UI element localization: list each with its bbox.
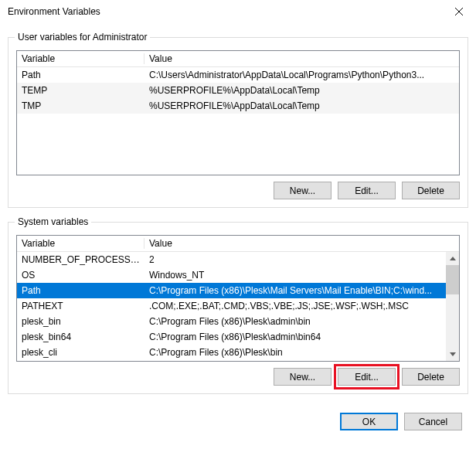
ok-button[interactable]: OK <box>340 413 398 430</box>
scroll-up-icon[interactable] <box>446 252 459 265</box>
close-button[interactable] <box>441 0 476 23</box>
table-row[interactable]: Path C:\Users\Administrator\AppData\Loca… <box>17 67 459 83</box>
new-button[interactable]: New... <box>274 182 332 199</box>
window-title: Environment Variables <box>8 6 441 17</box>
user-buttons-row: New... Edit... Delete <box>16 182 460 199</box>
table-row[interactable]: TMP %USERPROFILE%\AppData\Local\Temp <box>17 98 459 114</box>
table-row[interactable]: OS Windows_NT <box>17 267 459 283</box>
system-variables-group: System variables Variable Value NUMBER_O… <box>8 222 468 394</box>
list-header: Variable Value <box>17 236 459 252</box>
table-row[interactable]: plesk_bin64 C:\Program Files (x86)\Plesk… <box>17 329 459 345</box>
table-row[interactable]: plesk_bin C:\Program Files (x86)\Plesk\a… <box>17 314 459 329</box>
system-variables-list[interactable]: Variable Value NUMBER_OF_PROCESSORS 2 OS… <box>16 235 460 362</box>
header-variable[interactable]: Variable <box>17 238 144 249</box>
user-variables-list[interactable]: Variable Value Path C:\Users\Administrat… <box>16 50 460 175</box>
table-row[interactable]: NUMBER_OF_PROCESSORS 2 <box>17 252 459 267</box>
dialog-footer: OK Cancel <box>0 402 476 441</box>
new-button[interactable]: New... <box>274 368 332 386</box>
cancel-button[interactable]: Cancel <box>404 413 462 430</box>
table-row-selected[interactable]: Path C:\Program Files (x86)\Plesk\Mail S… <box>17 283 459 298</box>
edit-button[interactable]: Edit... <box>338 182 396 199</box>
list-header: Variable Value <box>17 51 459 67</box>
table-row[interactable]: TEMP %USERPROFILE%\AppData\Local\Temp <box>17 83 459 98</box>
delete-button[interactable]: Delete <box>402 182 460 199</box>
edit-button[interactable]: Edit... <box>338 368 396 386</box>
table-row[interactable]: PATHEXT .COM;.EXE;.BAT;.CMD;.VBS;.VBE;.J… <box>17 298 459 314</box>
titlebar: Environment Variables <box>0 0 476 23</box>
system-buttons-row: New... Edit... Delete <box>16 368 460 386</box>
scroll-thumb[interactable] <box>446 265 459 294</box>
delete-button[interactable]: Delete <box>402 368 460 386</box>
user-variables-group: User variables for Administrator Variabl… <box>8 37 468 208</box>
header-variable[interactable]: Variable <box>17 53 144 64</box>
table-row[interactable]: plesk_cli C:\Program Files (x86)\Plesk\b… <box>17 345 459 360</box>
close-icon <box>455 8 463 15</box>
scrollbar[interactable] <box>446 252 459 361</box>
header-value[interactable]: Value <box>144 53 459 64</box>
header-value[interactable]: Value <box>144 238 459 249</box>
system-variables-legend: System variables <box>15 216 91 227</box>
scroll-down-icon[interactable] <box>446 348 459 361</box>
user-variables-legend: User variables for Administrator <box>15 32 150 43</box>
